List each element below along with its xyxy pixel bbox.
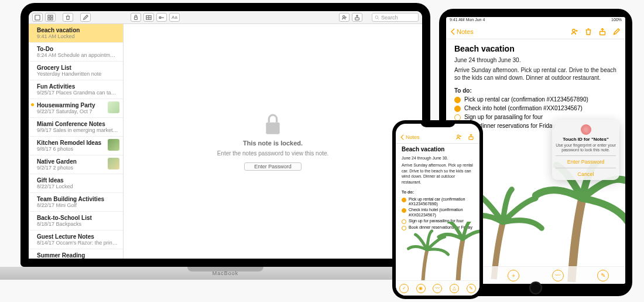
note-list-item[interactable]: Grocery ListYesterday Handwritten note [29,62,123,80]
compose-button[interactable] [612,28,621,36]
note-list-item[interactable]: Kitchen Remodel Ideas9/8/17 6 photos [29,137,123,155]
back-button[interactable]: Notes [451,28,474,35]
note-date: June 24 through June 30. [402,155,474,161]
note-item-meta: 8/14/17 Occam's Razor: the principle (at… [37,240,118,246]
search-input[interactable]: Search [372,13,419,22]
enter-password-button[interactable]: Enter Password [244,162,302,171]
share-button[interactable] [598,28,607,36]
add-people-button[interactable] [339,13,350,22]
todo-checkbox[interactable] [454,97,461,103]
note-title: Beach vacation [454,44,617,53]
iphone-note-content: Beach vacation June 24 through June 30. … [396,144,479,234]
todo-item[interactable]: Check into hotel (confirmation #XX012345… [454,105,617,112]
fingerprint-icon [581,124,591,135]
note-item-title: Grocery List [37,65,118,71]
note-list-item[interactable]: Back-to-School List8/18/17 Backpacks [29,212,123,230]
note-list-item[interactable]: Native Garden9/2/17 2 photos [29,155,123,174]
note-item-title: Housewarming Party [37,102,118,108]
note-list-item[interactable]: Gift Ideas8/22/17 Locked [29,174,123,193]
checklist-button[interactable]: ✓ [399,284,409,293]
notes-sidebar-list[interactable]: Beach vacation9:41 AM LockedTo-Do8:24 AM… [29,24,124,259]
note-list-item[interactable]: Guest Lecture Notes8/14/17 Occam's Razor… [29,230,123,249]
camera-button[interactable]: ◉ [416,284,426,293]
todo-item[interactable]: Pick up rental car (confirmation #X12345… [402,197,474,207]
view-grid-button[interactable] [45,13,56,22]
note-list-item[interactable]: Team Building Activities8/22/17 Mini Gol… [29,193,123,212]
search-placeholder: Search [381,15,398,21]
delete-button[interactable] [584,28,592,36]
checklist-button[interactable] [156,13,167,22]
iphone-notch [420,120,455,127]
todo-text: Sign up for parasailing for four [464,114,543,120]
iphone-nav-bar: Notes [396,131,479,144]
note-item-title: Gift Ideas [37,177,118,184]
new-note-button[interactable]: ✎ [597,270,609,281]
svg-rect-11 [266,122,279,134]
note-item-meta: 8/18/17 Backpacks [37,221,118,227]
draw-button[interactable]: 〰 [433,284,442,293]
todo-checkbox[interactable] [402,208,406,213]
note-item-title: Fun Activities [37,83,118,90]
lock-button[interactable] [131,13,141,22]
note-item-meta: 9/25/17 Places Grandma can take the kids [37,90,118,96]
new-note-button[interactable]: ✎ [467,284,476,293]
view-list-button[interactable] [32,13,43,22]
locked-title: This note is locked. [243,140,303,147]
todo-item[interactable]: Check into hotel (confirmation #XX012345… [402,208,474,218]
home-button[interactable] [529,281,542,294]
modal-title: Touch ID for "Notes" [556,137,616,142]
draw-button[interactable]: 〰 [552,270,564,281]
todo-item[interactable]: Pick up rental car (confirmation #X12345… [454,96,617,103]
add-people-button[interactable] [454,133,463,141]
note-item-meta: 9/2/17 2 photos [37,165,118,171]
markup-button[interactable]: △ [450,284,459,293]
svg-rect-0 [35,15,40,19]
add-people-button[interactable] [570,28,578,36]
svg-point-14 [457,135,459,137]
note-list-item[interactable]: Summer Reading8/5/17 Goal: Read one book… [29,249,123,259]
modal-subtitle: Use your fingerprint or enter your passw… [556,143,616,153]
share-button[interactable] [467,133,475,141]
note-list-item[interactable]: Beach vacation9:41 AM Locked [29,24,123,43]
note-list-item[interactable]: Miami Conference Notes9/9/17 Sales in em… [29,118,123,137]
modal-cancel-button[interactable]: Cancel [556,168,616,180]
todo-header: To do: [402,189,474,195]
chevron-left-icon [400,134,405,140]
note-list-item[interactable]: Fun Activities9/25/17 Places Grandma can… [29,80,123,99]
todo-header: To do: [454,87,617,95]
note-list-item[interactable]: Housewarming Party9/22/17 Saturday, Oct … [29,99,123,118]
modal-enter-password-button[interactable]: Enter Password [556,155,616,168]
palm-tree-drawing [396,222,479,280]
note-item-title: Kitchen Remodel Ideas [37,140,118,146]
ipad-status-bar: 9:41 AM Mon Jun 4100% [446,17,625,24]
svg-rect-3 [48,18,50,19]
note-item-meta: 9/8/17 6 photos [37,146,118,152]
mac-toolbar: Aa Search [29,11,422,24]
note-item-title: Native Garden [37,158,118,165]
notes-mac-app: Aa Search Beach vacation9:41 AM LockedTo… [29,11,422,259]
note-item-title: Summer Reading [37,252,118,259]
note-list-item[interactable]: To-Do8:24 AM Schedule an appointment wit… [29,43,123,62]
note-item-meta: 8/22/17 Locked [37,184,118,189]
todo-text: Pick up rental car (confirmation #X12345… [409,197,474,207]
chevron-left-icon [451,28,455,35]
ipad-nav-bar: Notes [446,24,625,39]
search-icon [375,15,379,20]
locked-note-pane: This note is locked. Enter the notes pas… [124,24,422,259]
share-button[interactable] [352,13,362,22]
compose-button[interactable] [80,13,91,22]
lock-icon [263,113,283,136]
add-photo-button[interactable]: ＋ [508,270,519,281]
format-button[interactable]: Aa [169,13,180,22]
svg-point-12 [573,29,576,32]
svg-point-8 [343,15,345,17]
delete-button[interactable] [63,13,73,22]
todo-checkbox[interactable] [402,198,406,202]
note-body: Arrive Sunday afternoon. Pick up rental … [402,162,474,185]
todo-checkbox[interactable] [454,106,461,112]
back-button[interactable]: Notes [400,134,420,140]
table-button[interactable] [143,13,154,22]
note-date: June 24 through June 30. [454,56,617,65]
note-item-title: Beach vacation [37,27,118,33]
note-item-meta: 9/9/17 Sales in emerging markets up [37,127,118,133]
